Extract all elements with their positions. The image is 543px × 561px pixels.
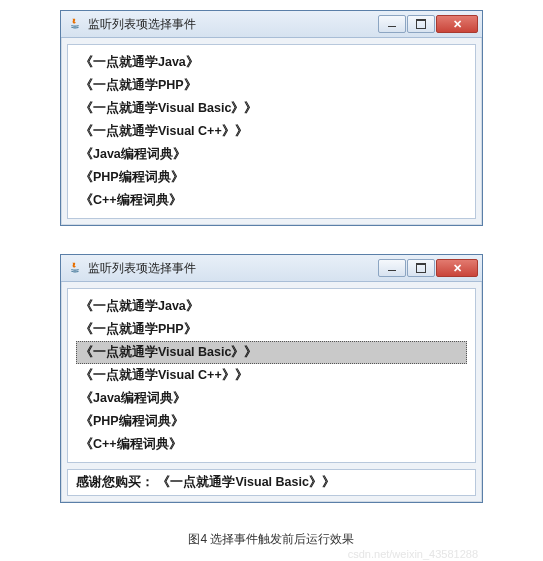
window-title: 监听列表项选择事件 [88,260,378,277]
list-item[interactable]: 《C++编程词典》 [76,189,467,212]
watermark: csdn.net/weixin_43581288 [0,548,543,560]
list-item[interactable]: 《一点就通学Java》 [76,51,467,74]
minimize-button[interactable] [378,15,406,33]
window-title: 监听列表项选择事件 [88,16,378,33]
list-item[interactable]: 《Java编程词典》 [76,387,467,410]
list-panel: 《一点就通学Java》 《一点就通学PHP》 《一点就通学Visual Basi… [67,288,476,463]
list-item[interactable]: 《一点就通学PHP》 [76,74,467,97]
window-after: 监听列表项选择事件 ✕ 《一点就通学Java》 《一点就通学PHP》 《一点就通… [60,254,483,503]
titlebar[interactable]: 监听列表项选择事件 ✕ [61,255,482,282]
window-before: 监听列表项选择事件 ✕ 《一点就通学Java》 《一点就通学PHP》 《一点就通… [60,10,483,226]
minimize-button[interactable] [378,259,406,277]
java-icon [67,260,83,276]
list-item[interactable]: 《Java编程词典》 [76,143,467,166]
maximize-button[interactable] [407,15,435,33]
close-button[interactable]: ✕ [436,259,478,277]
maximize-button[interactable] [407,259,435,277]
list-item-selected[interactable]: 《一点就通学Visual Basic》》 [76,341,467,364]
window-controls: ✕ [378,15,478,33]
list-item[interactable]: 《一点就通学Visual Basic》》 [76,97,467,120]
list-item[interactable]: 《一点就通学Java》 [76,295,467,318]
java-icon [67,16,83,32]
status-bar: 感谢您购买： 《一点就通学Visual Basic》》 [67,469,476,496]
list-item[interactable]: 《C++编程词典》 [76,433,467,456]
list-item[interactable]: 《PHP编程词典》 [76,166,467,189]
list-panel: 《一点就通学Java》 《一点就通学PHP》 《一点就通学Visual Basi… [67,44,476,219]
list-item[interactable]: 《PHP编程词典》 [76,410,467,433]
close-button[interactable]: ✕ [436,15,478,33]
status-value: 《一点就通学Visual Basic》》 [157,475,334,489]
titlebar[interactable]: 监听列表项选择事件 ✕ [61,11,482,38]
figure-caption: 图4 选择事件触发前后运行效果 [60,531,483,548]
window-controls: ✕ [378,259,478,277]
list-item[interactable]: 《一点就通学PHP》 [76,318,467,341]
list-item[interactable]: 《一点就通学Visual C++》》 [76,120,467,143]
list-item[interactable]: 《一点就通学Visual C++》》 [76,364,467,387]
status-prefix: 感谢您购买： [76,475,154,489]
